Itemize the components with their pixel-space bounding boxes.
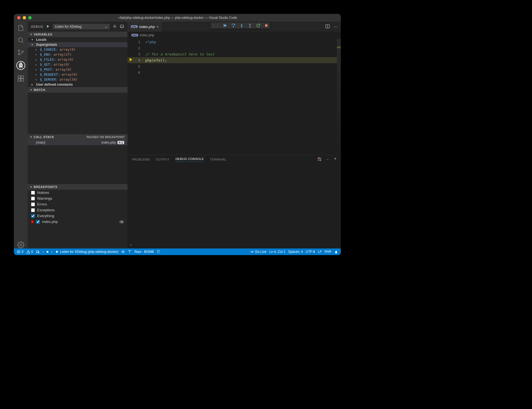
- svg-rect-15: [265, 24, 267, 27]
- editor-tab-active[interactable]: php index.php ×: [127, 22, 162, 32]
- variable-row[interactable]: ▸$_POST: array(0): [28, 67, 127, 72]
- breakpoint-category-row[interactable]: Warnings: [28, 195, 127, 201]
- breakpoint-category-row[interactable]: Errors: [28, 201, 127, 207]
- extensions-icon[interactable]: [17, 75, 24, 82]
- close-tab-icon[interactable]: ×: [157, 25, 159, 29]
- source-control-icon[interactable]: [17, 49, 24, 56]
- variable-row[interactable]: ▸$_FILES: array(0): [28, 57, 127, 62]
- explorer-icon[interactable]: [17, 24, 24, 32]
- editor-actions: ⋯: [325, 22, 341, 32]
- settings-gear-icon[interactable]: [17, 241, 24, 248]
- status-cursor-position[interactable]: Ln 4, Col 1: [269, 250, 285, 254]
- breadcrumb[interactable]: php index.php: [127, 32, 341, 39]
- debug-icon[interactable]: [16, 61, 25, 70]
- status-eol[interactable]: LF: [318, 250, 322, 254]
- panel-tab-problems[interactable]: PROBLEMS: [132, 158, 150, 161]
- svg-point-14: [250, 26, 250, 27]
- frame-file: index.php: [101, 141, 116, 144]
- split-editor-icon[interactable]: [325, 24, 330, 30]
- callstack-frame[interactable]: {main} index.php 4:1: [28, 140, 127, 145]
- status-user[interactable]: Ravi - BOMB: [134, 250, 154, 254]
- svg-point-19: [252, 251, 253, 252]
- breakpoint-checkbox[interactable]: [36, 220, 40, 224]
- breakpoint-checkbox[interactable]: [31, 202, 35, 206]
- breakpoint-checkbox[interactable]: [31, 214, 35, 218]
- watch-section-header[interactable]: ▾ WATCH: [28, 87, 127, 93]
- minimap[interactable]: [337, 39, 341, 155]
- watch-area[interactable]: [28, 93, 127, 134]
- variable-row[interactable]: ▸$_GET: array(0): [28, 62, 127, 67]
- step-out-button[interactable]: [248, 23, 252, 28]
- breakpoint-category-row[interactable]: Exceptions: [28, 207, 127, 213]
- step-over-button[interactable]: [231, 23, 236, 28]
- breakpoint-category-row[interactable]: Everything: [28, 213, 127, 219]
- variable-row[interactable]: ▸$_SERVER: array(34): [28, 77, 127, 82]
- user-constants-scope[interactable]: ▸ User defined constants: [28, 82, 127, 87]
- status-warnings[interactable]: 0: [26, 250, 33, 254]
- callstack-section-header[interactable]: ▾ CALL STACK PAUSED ON BREAKPOINT: [28, 134, 127, 140]
- status-feedback-icon[interactable]: [334, 250, 338, 254]
- breakpoint-checkbox[interactable]: [31, 208, 35, 212]
- chevron-right-icon: ▸: [35, 73, 38, 76]
- window-title: ~/lab/php-xdebug-docker/index.php — php-…: [14, 16, 341, 20]
- status-book-icon[interactable]: [128, 250, 132, 254]
- status-sync-icon[interactable]: [157, 250, 160, 254]
- drag-handle-icon[interactable]: ⋮⋮: [212, 24, 219, 27]
- debug-settings-gear-icon[interactable]: [112, 24, 117, 29]
- breakpoint-checkbox[interactable]: [31, 191, 35, 195]
- stop-button[interactable]: [264, 24, 268, 27]
- status-errors[interactable]: 0: [17, 250, 24, 254]
- status-prev-icon[interactable]: ‹: [42, 250, 44, 254]
- dropdown-chevron-icon: ⌄: [105, 25, 108, 29]
- breakpoint-checkbox[interactable]: [31, 197, 35, 200]
- svg-point-2: [18, 54, 20, 55]
- status-audio-icon[interactable]: [121, 250, 125, 254]
- breakpoint-line-badge: 4: [119, 220, 124, 223]
- line-number: 2: [133, 46, 143, 50]
- continue-button[interactable]: [223, 23, 227, 28]
- vscode-window: ~/lab/php-xdebug-docker/index.php — php-…: [14, 14, 341, 255]
- clear-console-icon[interactable]: [317, 157, 322, 162]
- collapse-panel-icon[interactable]: ︿: [326, 157, 329, 162]
- svg-rect-5: [18, 76, 21, 78]
- breakpoints-section-header[interactable]: ▾ BREAKPOINTS: [28, 184, 127, 190]
- status-language[interactable]: PHP: [324, 250, 331, 254]
- code-editor[interactable]: 1 <?php 2 3 // Put a breakpoint here to …: [127, 39, 341, 155]
- status-encoding[interactable]: UTF-8: [306, 250, 315, 254]
- panel-tab-terminal[interactable]: TERMINAL: [210, 158, 227, 161]
- status-debug-session[interactable]: Listen for XDebug (php-xdebug-docker): [55, 250, 119, 254]
- status-stop-icon[interactable]: ■: [46, 250, 48, 254]
- debug-console-toggle-icon[interactable]: [120, 24, 124, 29]
- status-golive[interactable]: Go Live: [250, 250, 267, 254]
- callstack-area[interactable]: [28, 145, 127, 184]
- variable-row[interactable]: ▸$_REQUEST: array(0): [28, 72, 127, 77]
- status-indentation[interactable]: Spaces: 4: [288, 250, 303, 254]
- variable-name: $_REQUEST:: [40, 73, 60, 77]
- step-into-button[interactable]: [239, 23, 244, 28]
- search-icon[interactable]: [17, 37, 24, 44]
- svg-point-1: [18, 50, 20, 51]
- chevron-down-icon: ▾: [30, 136, 32, 138]
- locals-scope[interactable]: ▾ Locals: [28, 37, 127, 42]
- debug-sidebar: DEBUG Listen for XDebug ⌄ ▾ VARIABLES: [28, 22, 127, 248]
- debug-toolbar[interactable]: ⋮⋮: [211, 22, 270, 29]
- debug-config-dropdown[interactable]: Listen for XDebug ⌄: [53, 24, 110, 29]
- breakpoint-category-row[interactable]: Notices: [28, 190, 127, 195]
- start-debug-button[interactable]: [46, 24, 50, 29]
- variable-name: $_GET:: [40, 63, 52, 67]
- panel-tab-output[interactable]: OUTPUT: [156, 158, 169, 161]
- status-debug-target-icon[interactable]: [36, 250, 40, 254]
- breakpoint-file-row[interactable]: index.php 4: [28, 219, 127, 225]
- debug-console-body[interactable]: ›: [127, 164, 341, 248]
- variables-section-header[interactable]: ▾ VARIABLES: [28, 32, 127, 37]
- close-panel-icon[interactable]: ✕: [334, 157, 337, 162]
- status-next-icon[interactable]: ›: [51, 250, 52, 254]
- more-actions-icon[interactable]: ⋯: [334, 25, 337, 29]
- restart-button[interactable]: [256, 23, 260, 28]
- debug-header: DEBUG Listen for XDebug ⌄: [28, 22, 127, 32]
- variable-row[interactable]: ▸$_COOKIE: array(0): [28, 47, 127, 52]
- superglobals-scope[interactable]: ▾ Superglobals: [28, 42, 127, 47]
- activity-bar: [14, 22, 28, 248]
- variable-row[interactable]: ▸$_ENV: array(27): [28, 52, 127, 57]
- panel-tab-debug-console[interactable]: DEBUG CONSOLE: [175, 157, 204, 162]
